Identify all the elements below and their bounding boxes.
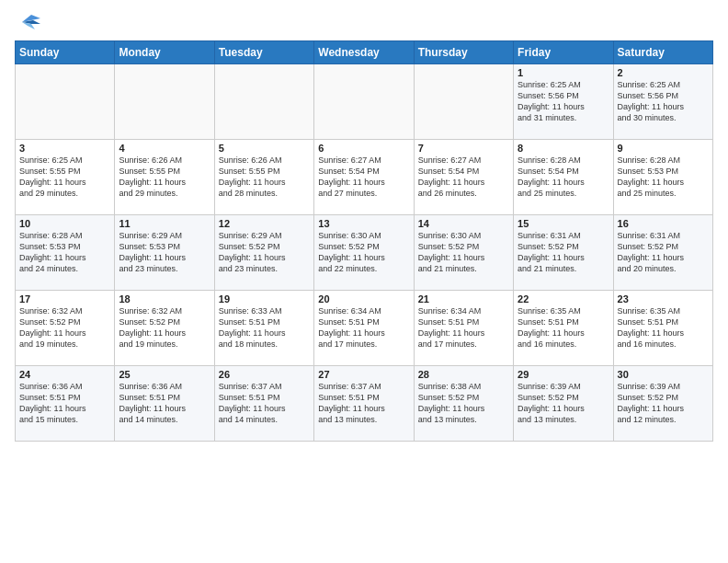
calendar-cell bbox=[214, 64, 313, 140]
week-row-2: 3Sunrise: 6:25 AM Sunset: 5:55 PM Daylig… bbox=[16, 140, 713, 215]
day-info: Sunrise: 6:25 AM Sunset: 5:55 PM Dayligh… bbox=[19, 155, 110, 200]
calendar-cell: 23Sunrise: 6:35 AM Sunset: 5:51 PM Dayli… bbox=[613, 291, 712, 366]
calendar-cell bbox=[314, 64, 414, 140]
calendar-cell: 12Sunrise: 6:29 AM Sunset: 5:52 PM Dayli… bbox=[214, 215, 313, 291]
day-number: 3 bbox=[19, 143, 110, 154]
day-number: 21 bbox=[418, 293, 509, 304]
day-info: Sunrise: 6:34 AM Sunset: 5:51 PM Dayligh… bbox=[418, 305, 509, 350]
day-header-wednesday: Wednesday bbox=[314, 41, 414, 64]
calendar-cell: 9Sunrise: 6:28 AM Sunset: 5:53 PM Daylig… bbox=[613, 140, 712, 215]
day-info: Sunrise: 6:38 AM Sunset: 5:52 PM Dayligh… bbox=[418, 381, 509, 426]
day-number: 15 bbox=[518, 218, 609, 229]
day-header-friday: Friday bbox=[514, 41, 613, 64]
day-info: Sunrise: 6:32 AM Sunset: 5:52 PM Dayligh… bbox=[119, 305, 210, 350]
day-number: 18 bbox=[119, 293, 210, 304]
day-number: 22 bbox=[518, 293, 609, 304]
day-number: 11 bbox=[119, 218, 210, 229]
day-header-thursday: Thursday bbox=[414, 41, 513, 64]
calendar-cell: 2Sunrise: 6:25 AM Sunset: 5:56 PM Daylig… bbox=[613, 64, 712, 140]
day-number: 13 bbox=[318, 218, 409, 229]
day-info: Sunrise: 6:26 AM Sunset: 5:55 PM Dayligh… bbox=[119, 155, 210, 200]
day-header-tuesday: Tuesday bbox=[214, 41, 313, 64]
day-info: Sunrise: 6:29 AM Sunset: 5:53 PM Dayligh… bbox=[119, 230, 210, 275]
calendar-cell: 3Sunrise: 6:25 AM Sunset: 5:55 PM Daylig… bbox=[16, 140, 115, 215]
calendar-cell: 13Sunrise: 6:30 AM Sunset: 5:52 PM Dayli… bbox=[314, 215, 414, 291]
day-number: 26 bbox=[219, 369, 310, 380]
page: SundayMondayTuesdayWednesdayThursdayFrid… bbox=[0, 0, 728, 563]
calendar-cell: 6Sunrise: 6:27 AM Sunset: 5:54 PM Daylig… bbox=[314, 140, 414, 215]
calendar-cell: 5Sunrise: 6:26 AM Sunset: 5:55 PM Daylig… bbox=[214, 140, 313, 215]
calendar-table: SundayMondayTuesdayWednesdayThursdayFrid… bbox=[15, 40, 713, 442]
day-info: Sunrise: 6:29 AM Sunset: 5:52 PM Dayligh… bbox=[219, 230, 310, 275]
day-number: 20 bbox=[318, 293, 409, 304]
day-number: 27 bbox=[318, 369, 409, 380]
day-number: 10 bbox=[19, 218, 110, 229]
day-number: 25 bbox=[119, 369, 210, 380]
calendar-cell: 7Sunrise: 6:27 AM Sunset: 5:54 PM Daylig… bbox=[414, 140, 513, 215]
calendar-cell: 16Sunrise: 6:31 AM Sunset: 5:52 PM Dayli… bbox=[613, 215, 712, 291]
day-number: 8 bbox=[518, 143, 609, 154]
day-info: Sunrise: 6:27 AM Sunset: 5:54 PM Dayligh… bbox=[318, 155, 409, 200]
day-number: 16 bbox=[618, 218, 709, 229]
day-number: 19 bbox=[219, 293, 310, 304]
day-header-sunday: Sunday bbox=[16, 41, 115, 64]
day-number: 29 bbox=[518, 369, 609, 380]
calendar-cell: 25Sunrise: 6:36 AM Sunset: 5:51 PM Dayli… bbox=[115, 366, 214, 442]
day-info: Sunrise: 6:28 AM Sunset: 5:53 PM Dayligh… bbox=[618, 155, 709, 200]
calendar-cell: 26Sunrise: 6:37 AM Sunset: 5:51 PM Dayli… bbox=[214, 366, 313, 442]
calendar-cell bbox=[115, 64, 214, 140]
calendar-cell: 30Sunrise: 6:39 AM Sunset: 5:52 PM Dayli… bbox=[613, 366, 712, 442]
day-info: Sunrise: 6:35 AM Sunset: 5:51 PM Dayligh… bbox=[518, 305, 609, 350]
day-info: Sunrise: 6:25 AM Sunset: 5:56 PM Dayligh… bbox=[518, 79, 609, 124]
logo bbox=[15, 11, 46, 33]
week-row-4: 17Sunrise: 6:32 AM Sunset: 5:52 PM Dayli… bbox=[16, 291, 713, 366]
day-info: Sunrise: 6:32 AM Sunset: 5:52 PM Dayligh… bbox=[19, 305, 110, 350]
day-number: 9 bbox=[618, 143, 709, 154]
day-number: 7 bbox=[418, 143, 509, 154]
calendar-cell: 29Sunrise: 6:39 AM Sunset: 5:52 PM Dayli… bbox=[514, 366, 613, 442]
day-info: Sunrise: 6:34 AM Sunset: 5:51 PM Dayligh… bbox=[318, 305, 409, 350]
calendar-cell: 1Sunrise: 6:25 AM Sunset: 5:56 PM Daylig… bbox=[514, 64, 613, 140]
day-number: 30 bbox=[618, 369, 709, 380]
day-number: 6 bbox=[318, 143, 409, 154]
calendar-cell: 24Sunrise: 6:36 AM Sunset: 5:51 PM Dayli… bbox=[16, 366, 115, 442]
calendar-cell: 14Sunrise: 6:30 AM Sunset: 5:52 PM Dayli… bbox=[414, 215, 513, 291]
day-number: 14 bbox=[418, 218, 509, 229]
calendar-cell: 28Sunrise: 6:38 AM Sunset: 5:52 PM Dayli… bbox=[414, 366, 513, 442]
day-number: 28 bbox=[418, 369, 509, 380]
day-number: 23 bbox=[618, 293, 709, 304]
day-number: 12 bbox=[219, 218, 310, 229]
week-row-5: 24Sunrise: 6:36 AM Sunset: 5:51 PM Dayli… bbox=[16, 366, 713, 442]
calendar-cell: 15Sunrise: 6:31 AM Sunset: 5:52 PM Dayli… bbox=[514, 215, 613, 291]
calendar-cell bbox=[414, 64, 513, 140]
day-info: Sunrise: 6:30 AM Sunset: 5:52 PM Dayligh… bbox=[318, 230, 409, 275]
day-info: Sunrise: 6:39 AM Sunset: 5:52 PM Dayligh… bbox=[518, 381, 609, 426]
logo-icon bbox=[15, 11, 42, 33]
calendar-header-row: SundayMondayTuesdayWednesdayThursdayFrid… bbox=[16, 41, 713, 64]
day-number: 17 bbox=[19, 293, 110, 304]
day-header-monday: Monday bbox=[115, 41, 214, 64]
calendar-cell bbox=[16, 64, 115, 140]
calendar-cell: 8Sunrise: 6:28 AM Sunset: 5:54 PM Daylig… bbox=[514, 140, 613, 215]
day-info: Sunrise: 6:25 AM Sunset: 5:56 PM Dayligh… bbox=[618, 79, 709, 124]
calendar-cell: 10Sunrise: 6:28 AM Sunset: 5:53 PM Dayli… bbox=[16, 215, 115, 291]
header bbox=[15, 11, 713, 33]
calendar-cell: 27Sunrise: 6:37 AM Sunset: 5:51 PM Dayli… bbox=[314, 366, 414, 442]
calendar-cell: 17Sunrise: 6:32 AM Sunset: 5:52 PM Dayli… bbox=[16, 291, 115, 366]
day-info: Sunrise: 6:31 AM Sunset: 5:52 PM Dayligh… bbox=[618, 230, 709, 275]
day-info: Sunrise: 6:28 AM Sunset: 5:54 PM Dayligh… bbox=[518, 155, 609, 200]
calendar-cell: 22Sunrise: 6:35 AM Sunset: 5:51 PM Dayli… bbox=[514, 291, 613, 366]
week-row-1: 1Sunrise: 6:25 AM Sunset: 5:56 PM Daylig… bbox=[16, 64, 713, 140]
day-info: Sunrise: 6:36 AM Sunset: 5:51 PM Dayligh… bbox=[119, 381, 210, 426]
day-number: 24 bbox=[19, 369, 110, 380]
day-info: Sunrise: 6:36 AM Sunset: 5:51 PM Dayligh… bbox=[19, 381, 110, 426]
calendar-cell: 18Sunrise: 6:32 AM Sunset: 5:52 PM Dayli… bbox=[115, 291, 214, 366]
day-number: 1 bbox=[518, 67, 609, 78]
day-header-saturday: Saturday bbox=[613, 41, 712, 64]
day-info: Sunrise: 6:30 AM Sunset: 5:52 PM Dayligh… bbox=[418, 230, 509, 275]
day-info: Sunrise: 6:31 AM Sunset: 5:52 PM Dayligh… bbox=[518, 230, 609, 275]
calendar-cell: 19Sunrise: 6:33 AM Sunset: 5:51 PM Dayli… bbox=[214, 291, 313, 366]
calendar-cell: 4Sunrise: 6:26 AM Sunset: 5:55 PM Daylig… bbox=[115, 140, 214, 215]
calendar-cell: 11Sunrise: 6:29 AM Sunset: 5:53 PM Dayli… bbox=[115, 215, 214, 291]
day-info: Sunrise: 6:26 AM Sunset: 5:55 PM Dayligh… bbox=[219, 155, 310, 200]
